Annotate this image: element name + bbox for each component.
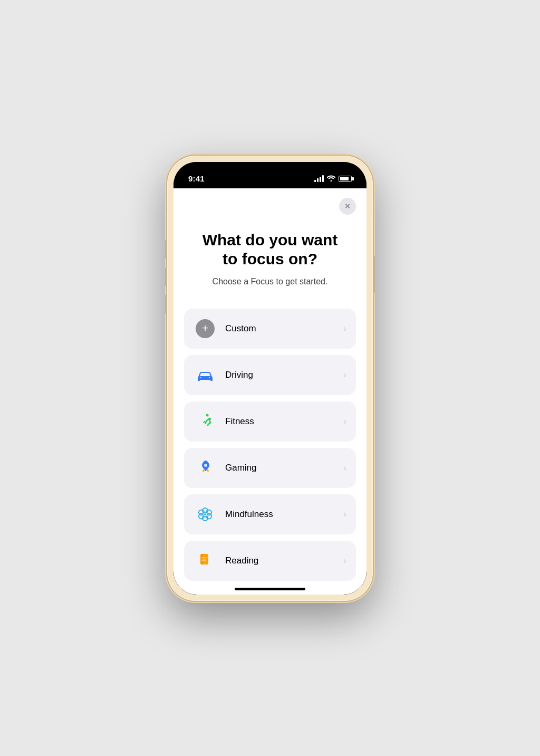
plus-icon: + [196, 319, 215, 338]
car-icon [194, 363, 217, 387]
content-area: ✕ What do you want to focus on? Choose a… [173, 188, 367, 595]
custom-icon-wrapper: + [194, 317, 217, 340]
battery-icon [339, 176, 352, 182]
status-icons [314, 175, 352, 183]
focus-item-fitness[interactable]: Fitness › [184, 401, 356, 442]
driving-label: Driving [225, 370, 343, 380]
gaming-icon-wrapper [194, 456, 217, 480]
svg-point-13 [204, 513, 206, 515]
focus-item-reading[interactable]: Reading › [184, 541, 356, 581]
focus-item-gaming[interactable]: Gaming › [184, 448, 356, 488]
status-time: 9:41 [188, 174, 205, 183]
svg-point-4 [204, 464, 207, 467]
phone-screen: 9:41 [173, 162, 367, 595]
focus-item-driving[interactable]: Driving › [184, 355, 356, 395]
run-icon [194, 410, 217, 433]
close-icon: ✕ [344, 203, 351, 210]
chevron-right-icon: › [343, 509, 346, 520]
book-icon [194, 549, 217, 572]
scroll-content: What do you want to focus on? Choose a F… [173, 188, 367, 595]
home-indicator [235, 588, 305, 590]
chevron-right-icon: › [343, 323, 346, 334]
svg-rect-17 [201, 557, 207, 558]
page-subtitle: Choose a Focus to get started. [195, 276, 345, 288]
fitness-label: Fitness [225, 416, 343, 427]
svg-rect-18 [201, 559, 206, 560]
flower-icon [194, 503, 217, 526]
dynamic-island [238, 168, 302, 186]
fitness-icon-wrapper [194, 410, 217, 433]
focus-item-custom[interactable]: + Custom › [184, 309, 356, 349]
focus-list: + Custom › [184, 303, 356, 586]
driving-icon-wrapper [194, 363, 217, 387]
mindfulness-label: Mindfulness [225, 509, 343, 520]
chevron-right-icon: › [343, 556, 346, 566]
reading-label: Reading [225, 556, 343, 566]
phone-frame: 9:41 [167, 156, 373, 601]
reading-icon-wrapper [194, 549, 217, 572]
custom-label: Custom [225, 323, 343, 334]
page-title: What do you want to focus on? [195, 231, 345, 269]
gaming-label: Gaming [225, 463, 343, 473]
focus-item-mindfulness[interactable]: Mindfulness › [184, 494, 356, 534]
chevron-right-icon: › [343, 416, 346, 427]
svg-rect-19 [201, 560, 206, 561]
signal-icon [314, 175, 324, 182]
rocket-icon [194, 456, 217, 480]
chevron-right-icon: › [343, 370, 346, 380]
wifi-icon [327, 175, 335, 183]
chevron-right-icon: › [343, 463, 346, 473]
svg-point-2 [206, 414, 209, 416]
close-button[interactable]: ✕ [339, 198, 356, 215]
svg-rect-0 [194, 363, 217, 387]
mindfulness-icon-wrapper [194, 503, 217, 526]
page-header: What do you want to focus on? Choose a F… [184, 199, 356, 303]
